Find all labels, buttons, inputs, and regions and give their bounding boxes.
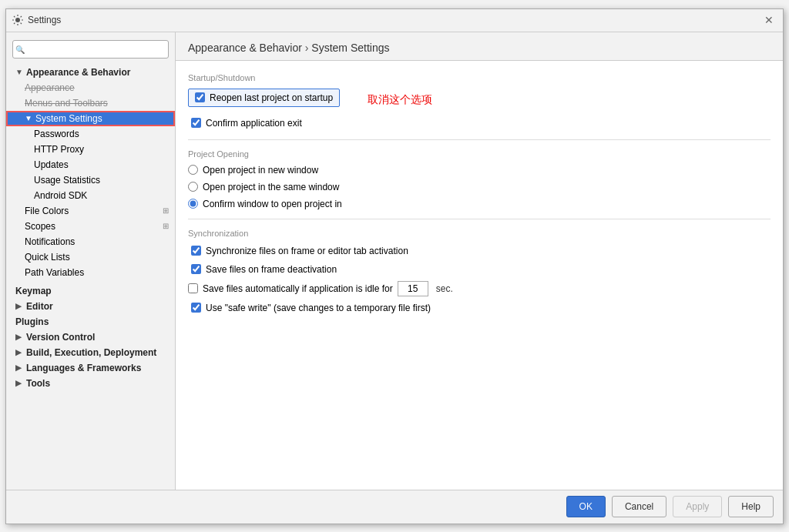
confirm-exit-item: Confirm application exit — [188, 116, 771, 130]
arrow-icon — [15, 363, 23, 372]
new-window-label: Open project in new window — [203, 165, 318, 176]
search-box[interactable] — [12, 40, 169, 59]
divider2 — [188, 219, 771, 219]
apply-button[interactable]: Apply — [673, 496, 722, 517]
save-idle-row: Save files automatically if application … — [188, 281, 771, 296]
same-window-radio[interactable] — [188, 182, 198, 192]
idle-unit-label: sec. — [436, 283, 453, 294]
save-on-deactivation-label: Save files on frame deactivation — [206, 264, 337, 275]
settings-window: Settings ✕ Appearance & Behavior Appeara… — [5, 8, 784, 524]
breadcrumb-sep: › — [302, 42, 311, 54]
title-bar: Settings ✕ — [6, 9, 783, 32]
breadcrumb-part1: Appearance & Behavior — [188, 42, 302, 54]
scopes-icon: ⊞ — [163, 222, 169, 230]
confirm-window-radio[interactable] — [188, 199, 198, 209]
idle-value-input[interactable] — [398, 281, 428, 296]
breadcrumb-part2: System Settings — [311, 42, 389, 54]
sidebar-item-http-proxy[interactable]: HTTP Proxy — [6, 142, 175, 157]
save-idle-checkbox[interactable] — [188, 283, 198, 293]
safe-write-checkbox[interactable] — [191, 303, 201, 313]
sync-files-checkbox[interactable] — [191, 246, 201, 256]
confirm-exit-checkbox[interactable] — [191, 118, 201, 128]
sync-files-label: Synchronize files on frame or editor tab… — [206, 246, 408, 256]
title-bar-left: Settings — [12, 15, 61, 25]
close-button[interactable]: ✕ — [761, 12, 777, 28]
arrow-icon — [15, 379, 23, 387]
safe-write-item: Use "safe write" (save changes to a temp… — [188, 301, 771, 315]
arrow-icon — [15, 333, 23, 341]
confirm-window-label: Confirm window to open project in — [203, 199, 342, 209]
arrow-icon — [15, 68, 23, 76]
reopen-last-project-checkbox[interactable] — [195, 92, 205, 102]
startup-shutdown-label: Startup/Shutdown — [188, 73, 771, 82]
search-input[interactable] — [12, 40, 169, 59]
sidebar-item-file-colors[interactable]: File Colors ⊞ — [6, 203, 175, 219]
sidebar-item-appearance-behavior[interactable]: Appearance & Behavior — [6, 65, 175, 80]
panel-breadcrumb: Appearance & Behavior › System Settings — [188, 42, 389, 54]
safe-write-label: Use "safe write" (save changes to a temp… — [206, 303, 431, 313]
confirm-exit-label: Confirm application exit — [206, 118, 302, 129]
arrow-icon — [15, 348, 23, 356]
synchronization-label: Synchronization — [188, 229, 771, 238]
annotation-text: 取消这个选项 — [368, 93, 432, 107]
sidebar-item-editor[interactable]: Editor — [6, 299, 175, 314]
panel-header: Appearance & Behavior › System Settings — [176, 32, 783, 61]
save-on-deactivation-item: Save files on frame deactivation — [188, 263, 771, 276]
bottom-bar: OK Cancel Apply Help — [6, 490, 783, 524]
sidebar-item-languages-frameworks[interactable]: Languages & Frameworks — [6, 360, 175, 376]
save-idle-label: Save files automatically if application … — [203, 283, 393, 294]
sidebar: Appearance & Behavior Appearance Menus a… — [6, 32, 176, 490]
sidebar-item-appearance[interactable]: Appearance — [6, 80, 175, 95]
project-opening-label: Project Opening — [188, 149, 771, 159]
sidebar-item-passwords[interactable]: Passwords — [6, 126, 175, 142]
window-title: Settings — [28, 15, 61, 25]
svg-point-0 — [15, 18, 20, 22]
arrow-icon — [25, 114, 32, 122]
project-same-window-item: Open project in the same window — [188, 182, 771, 192]
same-window-label: Open project in the same window — [203, 182, 339, 192]
sidebar-item-notifications[interactable]: Notifications — [6, 234, 175, 249]
project-new-window-item: Open project in new window — [188, 165, 771, 176]
sidebar-item-android-sdk[interactable]: Android SDK — [6, 188, 175, 203]
save-on-deactivation-checkbox[interactable] — [191, 264, 201, 274]
settings-app-icon — [12, 15, 23, 25]
sidebar-item-keymap[interactable]: Keymap — [6, 283, 175, 299]
sidebar-item-quick-lists[interactable]: Quick Lists — [6, 249, 175, 265]
sync-files-item: Synchronize files on frame or editor tab… — [188, 244, 771, 258]
help-button[interactable]: Help — [728, 496, 774, 517]
reopen-last-project-item: Reopen last project on startup — [188, 89, 340, 107]
project-confirm-window-item: Confirm window to open project in — [188, 199, 771, 209]
arrow-icon — [15, 302, 23, 310]
reopen-last-project-label: Reopen last project on startup — [210, 92, 333, 103]
sidebar-item-version-control[interactable]: Version Control — [6, 330, 175, 345]
sidebar-item-system-settings[interactable]: System Settings — [6, 111, 175, 126]
sidebar-item-build-execution[interactable]: Build, Execution, Deployment — [6, 345, 175, 360]
ok-button[interactable]: OK — [566, 496, 606, 517]
sidebar-item-path-variables[interactable]: Path Variables — [6, 265, 175, 280]
right-panel: Appearance & Behavior › System Settings … — [176, 32, 783, 490]
sidebar-item-usage-statistics[interactable]: Usage Statistics — [6, 172, 175, 188]
file-colors-icon: ⊞ — [163, 206, 169, 215]
divider1 — [188, 139, 771, 140]
panel-body: Startup/Shutdown Reopen last project on … — [176, 61, 783, 490]
sidebar-item-menus-toolbars[interactable]: Menus and Toolbars — [6, 95, 175, 111]
sidebar-item-updates[interactable]: Updates — [6, 157, 175, 172]
main-content: Appearance & Behavior Appearance Menus a… — [6, 32, 783, 490]
sidebar-item-scopes[interactable]: Scopes ⊞ — [6, 219, 175, 234]
new-window-radio[interactable] — [188, 165, 198, 175]
sidebar-item-tools[interactable]: Tools — [6, 376, 175, 391]
cancel-button[interactable]: Cancel — [612, 496, 666, 517]
sidebar-item-plugins[interactable]: Plugins — [6, 314, 175, 330]
